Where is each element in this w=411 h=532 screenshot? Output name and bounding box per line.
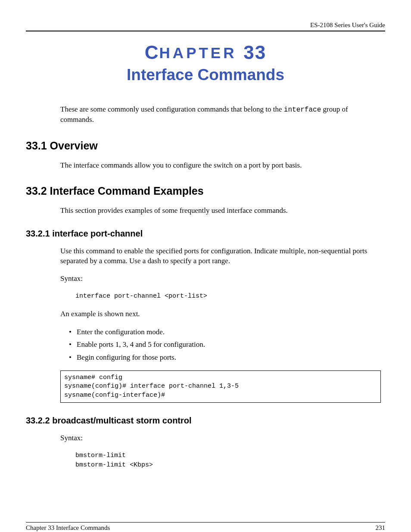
code-example-box: sysname# config sysname(config)# interfa… [60, 370, 381, 403]
chapter-number: 33 [243, 42, 266, 63]
section-33-2-2-heading: 33.2.2 broadcast/multicast storm control [26, 416, 385, 426]
footer-left: Chapter 33 Interface Commands [26, 524, 110, 532]
footer-rule [26, 522, 385, 523]
syntax-code-2: bmstorm-limit bmstorm-limit <Kbps> [75, 451, 385, 470]
syntax-label-2: Syntax: [60, 433, 381, 443]
section-33-2-1-heading: 33.2.1 interface port-channel [26, 229, 385, 239]
example-intro: An example is shown next. [60, 309, 381, 319]
list-item: Enter the configuration mode. [69, 327, 385, 337]
section-33-2-body: This section provides examples of some f… [60, 206, 381, 216]
syntax-code-1: interface port-channel <port-list> [75, 292, 385, 302]
intro-text-1: These are some commonly used configurati… [60, 105, 284, 113]
list-item: Enable ports 1, 3, 4 and 5 for configura… [69, 339, 385, 350]
chapter-label-word: HAPTER [159, 44, 237, 61]
intro-inline-code: interface [284, 106, 321, 114]
page-footer: Chapter 33 Interface Commands 231 [26, 522, 385, 532]
chapter-heading-block: CHAPTER 33 Interface Commands [26, 42, 385, 84]
list-item: Begin configuring for those ports. [69, 352, 385, 363]
section-33-2-heading: 33.2 Interface Command Examples [26, 185, 385, 197]
header-rule [26, 31, 385, 31]
chapter-label: CHAPTER 33 [26, 42, 385, 63]
section-33-1-body: The interface commands allow you to conf… [60, 161, 381, 171]
chapter-title: Interface Commands [26, 66, 385, 84]
section-33-1-heading: 33.1 Overview [26, 140, 385, 152]
example-bullet-list: Enter the configuration mode. Enable por… [69, 327, 385, 363]
syntax-label-1: Syntax: [60, 274, 381, 284]
section-33-2-1-body: Use this command to enable the specified… [60, 246, 381, 266]
footer-page-number: 231 [376, 524, 386, 532]
chapter-intro: These are some commonly used configurati… [60, 105, 381, 125]
header-guide-title: ES-2108 Series User's Guide [26, 22, 385, 29]
